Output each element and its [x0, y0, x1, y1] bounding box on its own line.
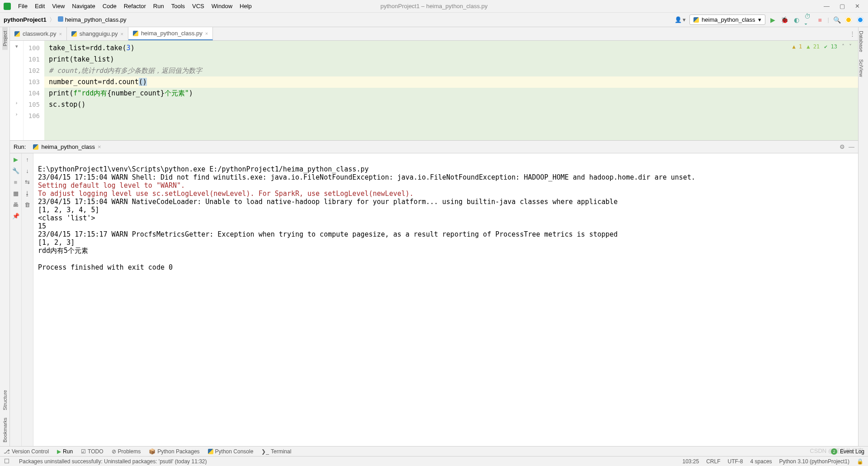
python-console-button[interactable]: Python Console: [208, 448, 254, 455]
run-tab[interactable]: heima_python_class ×: [29, 143, 104, 151]
pin-icon[interactable]: 📌: [12, 213, 19, 219]
interpreter[interactable]: Python 3.10 (pythonProject1): [779, 458, 849, 465]
python-icon: [208, 449, 213, 454]
menu-code[interactable]: Code: [99, 2, 120, 10]
menu-run[interactable]: Run: [150, 2, 168, 10]
event-log-button[interactable]: Event Log: [840, 448, 864, 455]
run-button[interactable]: ▶: [769, 16, 777, 24]
prev-highlight-icon[interactable]: ˄: [842, 43, 844, 50]
run-config-selector[interactable]: heima_python_class ▾: [689, 14, 765, 25]
fold-gutter[interactable]: ▾››: [10, 41, 24, 140]
status-message: Packages uninstalled successfully: Unins…: [19, 458, 207, 465]
code-line[interactable]: # count,统计rdd内有多少条数据，返回值为数字: [44, 65, 858, 76]
project-tool-button[interactable]: Project: [2, 27, 8, 50]
encoding[interactable]: UTF-8: [728, 458, 743, 465]
debug-button[interactable]: 🐞: [781, 16, 789, 24]
bookmarks-tool-button[interactable]: Bookmarks: [2, 414, 8, 446]
window-minimize-icon[interactable]: —: [824, 3, 830, 10]
gear-icon[interactable]: ⚙: [840, 143, 845, 150]
rerun-icon[interactable]: ▶: [14, 156, 18, 163]
code-area[interactable]: take_list=rdd.take(3) print(take_list) #…: [44, 41, 858, 140]
bottom-tool-strip: ⎇Version Control ▶Run ☑TODO ⊘Problems 📦P…: [0, 446, 868, 456]
menu-tools[interactable]: Tools: [168, 2, 189, 10]
indent[interactable]: 4 spaces: [750, 458, 772, 465]
clear-icon[interactable]: 🗑: [24, 201, 30, 208]
menu-navigate[interactable]: Navigate: [68, 2, 99, 10]
check-icon[interactable]: ✔ 13: [824, 43, 837, 50]
window-close-icon[interactable]: ✕: [855, 3, 860, 10]
structure-tool-button[interactable]: Structure: [2, 386, 8, 414]
tab-shangguigu[interactable]: shangguigu.py ×: [67, 27, 128, 40]
typo-icon[interactable]: ▲ 21: [807, 43, 820, 50]
terminal-icon: ❯_: [261, 448, 269, 455]
window-title: pythonProject1 – heima_python_class.py: [380, 3, 487, 10]
window-maximize-icon[interactable]: ▢: [840, 3, 845, 10]
up-icon[interactable]: ↑: [26, 156, 29, 163]
code-line[interactable]: take_list=rdd.take(3): [44, 43, 858, 54]
wrench-icon[interactable]: 🔧: [12, 167, 19, 174]
inspection-widget[interactable]: ▲ 1 ▲ 21 ✔ 13 ˄ ˅: [793, 43, 852, 50]
close-icon[interactable]: ×: [120, 31, 123, 37]
softwrap-icon[interactable]: ⇆: [25, 179, 30, 185]
sciview-tool-button[interactable]: SciView: [859, 56, 864, 81]
coverage-button[interactable]: ◐: [793, 16, 801, 24]
toolbar-row: pythonProject1 〉 heima_python_class.py 👤…: [0, 13, 868, 27]
next-highlight-icon[interactable]: ˅: [849, 43, 852, 50]
close-icon[interactable]: ×: [205, 31, 208, 36]
version-control-button[interactable]: ⎇Version Control: [4, 448, 49, 455]
stop-icon[interactable]: ■: [14, 179, 18, 185]
problems-button[interactable]: ⊘Problems: [112, 448, 141, 455]
caret-position[interactable]: 103:25: [682, 458, 699, 465]
database-tool-button[interactable]: Database: [859, 27, 864, 56]
user-dropdown[interactable]: 👤▾: [675, 16, 686, 23]
console-output[interactable]: E:\pythonProject1\venv\Scripts\python.ex…: [33, 153, 858, 446]
code-line[interactable]: print(f"rdd内有{number_count}个元素"): [44, 88, 858, 99]
close-icon[interactable]: ×: [59, 31, 61, 37]
main-area: Project Structure Bookmarks classwork.py…: [0, 27, 868, 446]
right-tool-stripe: Database SciView: [858, 27, 868, 446]
tab-label: heima_python_class.py: [141, 30, 203, 37]
menu-help[interactable]: Help: [236, 2, 255, 10]
breadcrumb-project[interactable]: pythonProject1: [4, 16, 47, 23]
search-icon[interactable]: 🔍: [833, 16, 841, 24]
code-line[interactable]: [44, 110, 858, 122]
tab-heima[interactable]: heima_python_class.py ×: [128, 27, 213, 40]
user-icon: 👤: [675, 16, 682, 23]
profile-button[interactable]: ⏱▾: [804, 16, 812, 24]
code-line[interactable]: number_count=rdd.count(): [44, 76, 858, 88]
terminal-button[interactable]: ❯_Terminal: [261, 448, 291, 455]
editor[interactable]: ▾›› 100 101 102 103 104 105 106 take_lis…: [10, 41, 858, 140]
menu-view[interactable]: View: [48, 2, 68, 10]
code-line[interactable]: print(take_list): [44, 54, 858, 65]
scroll-end-icon[interactable]: ⭳: [24, 190, 30, 197]
todo-button[interactable]: ☑TODO: [81, 448, 103, 455]
down-icon[interactable]: ↓: [26, 167, 29, 174]
print-icon[interactable]: 🖶: [13, 201, 19, 208]
target-blue-icon[interactable]: [856, 16, 864, 24]
stop-button[interactable]: ■: [816, 16, 824, 24]
menu-window[interactable]: Window: [208, 2, 236, 10]
editor-tab-menu[interactable]: ⋮: [849, 30, 855, 37]
python-icon: [133, 31, 138, 36]
breadcrumb-file[interactable]: heima_python_class.py: [58, 16, 127, 23]
menu-edit[interactable]: Edit: [31, 2, 48, 10]
run-button-bottom[interactable]: ▶Run: [57, 448, 73, 455]
line-separator[interactable]: CRLF: [706, 458, 720, 465]
menu-vcs[interactable]: VCS: [189, 2, 208, 10]
lock-icon[interactable]: 🔒: [857, 458, 863, 465]
tool-window-quick-icon[interactable]: [5, 458, 12, 465]
run-label: Run:: [14, 143, 26, 150]
tab-classwork[interactable]: classwork.py ×: [10, 27, 67, 40]
hide-icon[interactable]: —: [849, 143, 854, 150]
warning-icon[interactable]: ▲ 1: [793, 43, 802, 50]
menu-refactor[interactable]: Refactor: [120, 2, 150, 10]
code-line[interactable]: sc.stop(): [44, 99, 858, 110]
chevron-down-icon: ▾: [758, 16, 761, 23]
python-icon: [33, 144, 38, 150]
close-icon[interactable]: ×: [98, 143, 101, 150]
layout-icon[interactable]: ▦: [13, 190, 19, 197]
status-bar: Packages uninstalled successfully: Unins…: [0, 456, 868, 466]
target-yellow-icon[interactable]: [844, 16, 853, 24]
menu-file[interactable]: File: [14, 2, 31, 10]
python-packages-button[interactable]: 📦Python Packages: [149, 448, 199, 455]
